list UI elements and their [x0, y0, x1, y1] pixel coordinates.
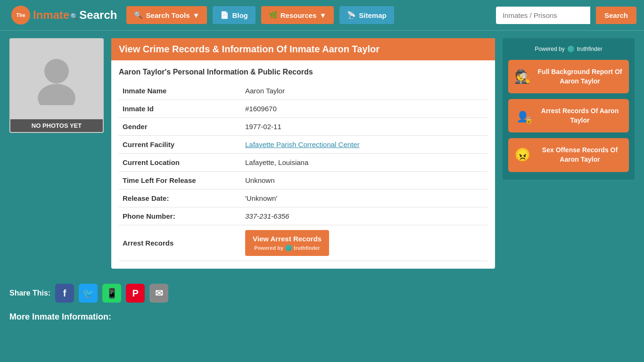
search-tools-chevron: ▼: [193, 11, 200, 19]
arrest-icon: 👤🔒: [514, 108, 531, 123]
angry-face-icon: 😠: [514, 147, 531, 163]
sidebar-sex-offense[interactable]: 😠 Sex Offense Records Of Aaron Taylor: [508, 138, 629, 172]
resources-chevron: ▼: [319, 11, 326, 19]
logo-inmate: Inmate: [33, 8, 69, 22]
arrest-btn-label: View Arrest Records: [253, 235, 322, 243]
powered-by-text: Powered by: [254, 245, 283, 251]
sidebar-powered-by: Powered by truthfinder: [508, 46, 629, 52]
sidebar-card-text-2: Arrest Records Of Aaron Taylor: [537, 107, 623, 125]
more-info-label: More Inmate Information:: [0, 306, 644, 324]
info-body: Aaron Taylor's Personal Information & Pu…: [111, 60, 495, 269]
logo-text: Inmate 🔍 Search: [33, 8, 117, 22]
svg-point-0: [44, 59, 69, 83]
release-label: Release Date:: [119, 189, 241, 207]
table-row: Current Location Lafayette, Louisiana: [119, 154, 487, 172]
table-row: Time Left For Release Unknown: [119, 172, 487, 189]
info-table: Inmate Name Aaron Taylor Inmate Id #1609…: [119, 82, 487, 261]
time-label: Time Left For Release: [119, 172, 241, 189]
gender-value: 1977-02-11: [241, 118, 487, 136]
email-icon: ✉: [155, 288, 163, 299]
truthfinder-icon: [285, 245, 292, 251]
id-label: Inmate Id: [119, 100, 241, 118]
logo-icon: The: [11, 6, 30, 25]
share-area: Share This: f 🐦 📱 P ✉: [0, 276, 644, 306]
blog-icon: 📄: [220, 11, 229, 19]
twitter-share-button[interactable]: 🐦: [79, 284, 98, 303]
svg-point-1: [38, 84, 75, 105]
resources-label: Resources: [281, 11, 317, 19]
arrest-cell: View Arrest Records Powered by truthfind…: [241, 225, 487, 261]
facility-label: Current Facility: [119, 136, 241, 154]
name-label: Inmate Name: [119, 82, 241, 100]
logo-search: Search: [79, 8, 117, 22]
table-row: Inmate Id #1609670: [119, 100, 487, 118]
location-value: Lafayette, Louisiana: [241, 154, 487, 172]
facebook-icon: f: [63, 288, 66, 299]
pinterest-icon: P: [132, 288, 138, 299]
blog-button[interactable]: 📄 Blog: [213, 6, 255, 24]
release-value: 'Unknown': [241, 189, 487, 207]
search-button[interactable]: Search: [596, 7, 636, 24]
powered-by-small: Powered by truthfinder: [253, 245, 322, 251]
twitter-icon: 🐦: [83, 288, 94, 299]
phone-label: Phone Number:: [119, 207, 241, 225]
sitemap-label: Sitemap: [359, 11, 386, 19]
sitemap-button[interactable]: 📡 Sitemap: [339, 6, 394, 24]
blog-label: Blog: [232, 11, 248, 19]
search-button-label: Search: [604, 11, 628, 19]
whatsapp-share-button[interactable]: 📱: [102, 284, 121, 303]
location-label: Current Location: [119, 154, 241, 172]
photo-label: NO PHOTOS YET: [10, 119, 103, 132]
whatsapp-icon: 📱: [106, 288, 118, 299]
sidebar-tf-icon: [568, 46, 574, 52]
phone-value: 337-231-6356: [241, 207, 487, 225]
logo-search-icon: 🔍: [70, 13, 78, 20]
time-value: Unknown: [241, 172, 487, 189]
logo: The Inmate 🔍 Search: [8, 4, 121, 26]
personal-info-subtitle: Aaron Taylor's Personal Information & Pu…: [119, 68, 487, 76]
sitemap-icon: 📡: [347, 11, 356, 19]
facebook-share-button[interactable]: f: [55, 284, 74, 303]
facility-value[interactable]: Lafayette Parish Correctional Center: [241, 136, 487, 154]
header: The Inmate 🔍 Search 🔍 Search Tools ▼ 📄 B…: [0, 0, 644, 31]
table-row: Gender 1977-02-11: [119, 118, 487, 136]
search-input[interactable]: [496, 7, 590, 24]
id-value: #1609670: [241, 100, 487, 118]
table-row: Release Date: 'Unknown': [119, 189, 487, 207]
facility-link[interactable]: Lafayette Parish Correctional Center: [245, 140, 360, 148]
main-content: NO PHOTOS YET View Crime Records & Infor…: [0, 31, 644, 276]
sidebar-powered-label: Powered by: [535, 46, 564, 52]
search-tools-label: Search Tools: [146, 11, 190, 19]
page-title: View Crime Records & Information Of Inma…: [111, 38, 495, 60]
sidebar-arrest-records[interactable]: 👤🔒 Arrest Records Of Aaron Taylor: [508, 99, 629, 132]
resources-button[interactable]: 🌿 Resources ▼: [261, 6, 334, 24]
truthfinder-label: truthfinder: [294, 245, 320, 251]
table-row: Inmate Name Aaron Taylor: [119, 82, 487, 100]
table-row: Arrest Records View Arrest Records Power…: [119, 225, 487, 261]
table-row: Phone Number: 337-231-6356: [119, 207, 487, 225]
sidebar-card-text-1: Full Background Report Of Aaron Taylor: [537, 67, 623, 86]
gender-label: Gender: [119, 118, 241, 136]
photo-box: NO PHOTOS YET: [9, 38, 104, 133]
resources-icon: 🌿: [269, 11, 278, 19]
table-row: Current Facility Lafayette Parish Correc…: [119, 136, 487, 154]
sidebar-card-text-3: Sex Offense Records Of Aaron Taylor: [537, 146, 623, 164]
photo-placeholder: [10, 39, 103, 119]
share-label: Share This:: [9, 289, 50, 297]
email-share-button[interactable]: ✉: [149, 284, 168, 303]
sidebar-tf-label: truthfinder: [577, 46, 603, 52]
info-panel: View Crime Records & Information Of Inma…: [111, 38, 495, 269]
spy-icon: 🕵: [514, 69, 531, 84]
search-tools-icon: 🔍: [134, 11, 143, 19]
pinterest-share-button[interactable]: P: [126, 284, 145, 303]
arrest-label: Arrest Records: [119, 225, 241, 261]
name-value: Aaron Taylor: [241, 82, 487, 100]
sidebar-background-report[interactable]: 🕵 Full Background Report Of Aaron Taylor: [508, 60, 629, 93]
view-arrest-records-button[interactable]: View Arrest Records Powered by truthfind…: [245, 230, 329, 256]
sidebar: Powered by truthfinder 🕵 Full Background…: [503, 38, 635, 180]
search-tools-button[interactable]: 🔍 Search Tools ▼: [126, 6, 207, 24]
